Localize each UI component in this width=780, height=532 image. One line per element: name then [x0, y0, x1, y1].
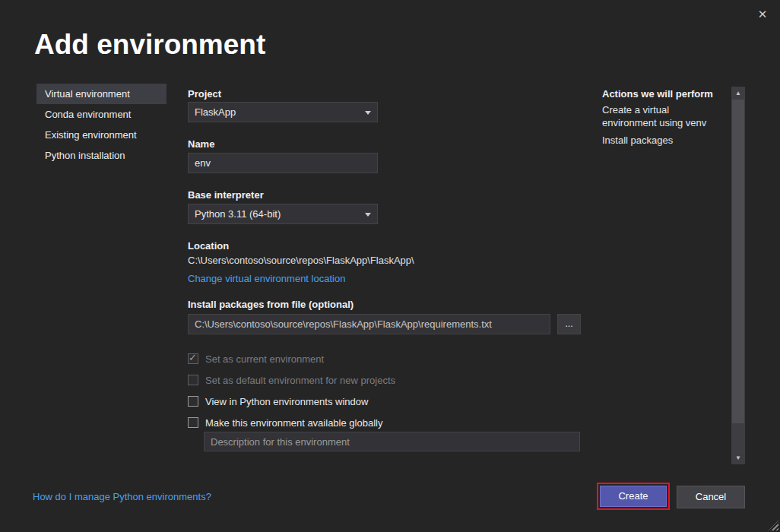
- scrollbar-track[interactable]: [731, 100, 745, 451]
- sidebar-item-label: Existing environment: [45, 129, 137, 141]
- scroll-down-button[interactable]: ▼: [731, 451, 745, 464]
- checkbox-label: Make this environment available globally: [205, 417, 382, 429]
- project-select-value: FlaskApp: [195, 106, 236, 118]
- scrollbar[interactable]: ▲ ▼: [731, 87, 745, 464]
- chevron-down-icon: [365, 111, 371, 115]
- project-select[interactable]: FlaskApp: [188, 102, 378, 122]
- sidebar-item-label: Virtual environment: [45, 88, 130, 100]
- base-interpreter-select-value: Python 3.11 (64-bit): [195, 208, 281, 220]
- scroll-up-button[interactable]: ▲: [731, 87, 745, 100]
- name-label: Name: [188, 138, 214, 150]
- scrollbar-thumb[interactable]: [732, 100, 744, 423]
- checkbox[interactable]: ✓: [188, 353, 198, 364]
- base-interpreter-label: Base interpreter: [188, 189, 264, 201]
- actions-panel-title: Actions we will perform: [602, 88, 713, 100]
- close-button[interactable]: ✕: [754, 6, 771, 23]
- resize-grip[interactable]: [769, 521, 778, 530]
- location-path: C:\Users\contoso\source\repos\FlaskApp\F…: [188, 255, 414, 266]
- name-input[interactable]: [188, 153, 378, 173]
- manage-environments-help-link[interactable]: How do I manage Python environments?: [33, 491, 211, 502]
- browse-button[interactable]: ...: [557, 314, 581, 334]
- close-icon: ✕: [758, 8, 768, 21]
- checkbox[interactable]: [188, 375, 198, 385]
- checkbox-label: Set as default environment for new proje…: [205, 375, 395, 386]
- sidebar-item-existing-environment[interactable]: Existing environment: [36, 125, 166, 145]
- create-button-highlight: Create: [597, 483, 670, 510]
- location-label: Location: [188, 240, 229, 252]
- checkbox[interactable]: [188, 417, 198, 428]
- description-input[interactable]: [204, 432, 580, 451]
- checkbox-set-default-environment[interactable]: Set as default environment for new proje…: [188, 373, 395, 387]
- add-environment-dialog: ✕ Add environment Virtual environment Co…: [0, 0, 780, 532]
- page-title: Add environment: [34, 29, 265, 61]
- sidebar-item-conda-environment[interactable]: Conda environment: [36, 104, 166, 125]
- checkbox[interactable]: [188, 396, 198, 407]
- cancel-button[interactable]: Cancel: [677, 486, 745, 508]
- sidebar-item-python-installation[interactable]: Python installation: [36, 145, 166, 166]
- sidebar-item-label: Python installation: [45, 150, 125, 161]
- sidebar-item-virtual-environment[interactable]: Virtual environment: [36, 84, 166, 104]
- actions-panel-item: Create a virtual environment using venv: [602, 103, 722, 129]
- checkbox-make-available-globally[interactable]: Make this environment available globally: [188, 416, 382, 429]
- sidebar-item-label: Conda environment: [45, 109, 131, 120]
- project-label: Project: [188, 88, 221, 100]
- chevron-down-icon: [365, 213, 371, 217]
- base-interpreter-select[interactable]: Python 3.11 (64-bit): [188, 204, 378, 224]
- environment-type-list: Virtual environment Conda environment Ex…: [36, 84, 166, 166]
- install-packages-label: Install packages from file (optional): [188, 299, 354, 310]
- checkbox-label: View in Python environments window: [205, 396, 368, 407]
- checkbox-label: Set as current environment: [205, 353, 324, 365]
- scroll-up-icon: ▲: [735, 90, 741, 97]
- actions-panel-item: Install packages: [602, 134, 722, 147]
- install-packages-input[interactable]: [188, 314, 550, 334]
- change-location-link[interactable]: Change virtual environment location: [188, 273, 345, 284]
- create-button[interactable]: Create: [600, 486, 667, 507]
- checkbox-set-current-environment[interactable]: ✓ Set as current environment: [188, 352, 324, 366]
- checkbox-view-in-environments-window[interactable]: View in Python environments window: [188, 394, 368, 408]
- check-icon: ✓: [189, 352, 197, 363]
- scroll-down-icon: ▼: [735, 454, 741, 461]
